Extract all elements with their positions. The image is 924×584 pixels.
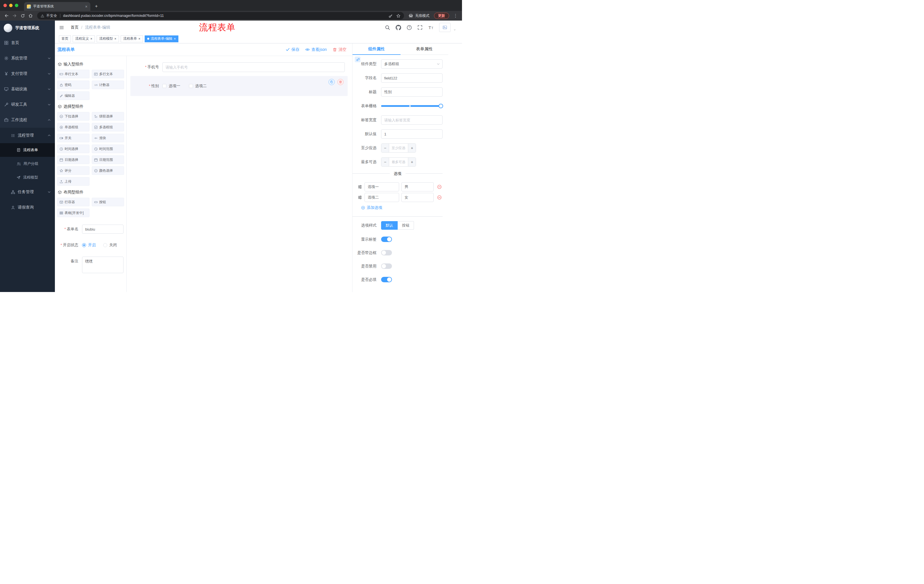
palette-item-password[interactable]: 密码 bbox=[57, 81, 89, 89]
sidebar-item-home[interactable]: 首页 bbox=[0, 35, 55, 51]
sidebar-item-devtools[interactable]: 研发工具 bbox=[0, 97, 55, 112]
option-1-value-input[interactable] bbox=[401, 182, 434, 191]
title-input[interactable] bbox=[381, 87, 442, 97]
tag-process-form[interactable]: 流程表单 bbox=[120, 35, 143, 42]
sidebar-item-system[interactable]: 系统管理 bbox=[0, 51, 55, 66]
sidebar-item-process-form[interactable]: 流程表单 bbox=[0, 143, 55, 157]
palette-item-upload[interactable]: 上传 bbox=[57, 177, 89, 186]
gender-option-2-checkbox[interactable]: 选项二 bbox=[189, 84, 207, 89]
slider-handle[interactable] bbox=[439, 104, 443, 108]
font-size-icon[interactable] bbox=[428, 25, 434, 30]
avatar[interactable] bbox=[439, 23, 450, 32]
label-width-input[interactable] bbox=[381, 115, 442, 125]
palette-item-color-picker[interactable]: 颜色选择 bbox=[92, 166, 124, 175]
palette-item-row-container[interactable]: 行容器 bbox=[57, 198, 89, 206]
save-button[interactable]: 保存 bbox=[285, 47, 299, 52]
palette-item-counter[interactable]: 计数器 bbox=[92, 81, 124, 89]
maximize-window-button[interactable] bbox=[15, 4, 18, 7]
sidebar-item-user-group[interactable]: 用户分组 bbox=[0, 157, 55, 171]
close-tag-icon[interactable] bbox=[174, 37, 176, 41]
external-link-button[interactable] bbox=[355, 57, 361, 62]
canvas-field-gender-selected[interactable]: 性别 选项一 选项二 bbox=[130, 76, 348, 96]
password-key-icon[interactable] bbox=[389, 14, 393, 18]
palette-item-editor[interactable]: 编辑器 bbox=[57, 91, 89, 100]
tag-home[interactable]: 首页 bbox=[59, 35, 71, 42]
form-name-input[interactable] bbox=[82, 225, 124, 234]
close-window-button[interactable] bbox=[3, 4, 7, 7]
palette-item-table[interactable]: 表格[开发中] bbox=[57, 209, 89, 217]
hamburger-icon[interactable] bbox=[55, 21, 68, 34]
close-tag-icon[interactable] bbox=[114, 37, 116, 41]
browser-tab[interactable]: 芋道管理系统 bbox=[24, 2, 90, 11]
palette-item-time-picker[interactable]: 时间选择 bbox=[57, 145, 89, 153]
forward-icon[interactable] bbox=[11, 12, 18, 20]
sidebar-item-process-model[interactable]: 流程模型 bbox=[0, 171, 55, 184]
option-2-value-input[interactable] bbox=[401, 193, 434, 202]
status-closed-radio[interactable]: 关闭 bbox=[103, 243, 117, 248]
component-type-select[interactable]: 多选框组 bbox=[381, 59, 442, 69]
new-tab-button[interactable] bbox=[92, 3, 100, 10]
sidebar-item-workflow[interactable]: 工作流程 bbox=[0, 112, 55, 128]
sidebar-item-payment[interactable]: 支付管理 bbox=[0, 66, 55, 81]
tag-process-model[interactable]: 流程模型 bbox=[97, 35, 119, 42]
slider-track[interactable] bbox=[381, 105, 442, 107]
tag-process-form-edit[interactable]: 流程表单-编辑 bbox=[145, 35, 178, 42]
canvas-field-phone[interactable]: 手机号 bbox=[130, 62, 348, 72]
sidebar-item-task-management[interactable]: 任务管理 bbox=[0, 184, 55, 200]
remove-option-button[interactable] bbox=[437, 184, 442, 189]
back-icon[interactable] bbox=[3, 12, 10, 20]
help-icon[interactable] bbox=[406, 25, 412, 30]
tag-process-definition[interactable]: 流程定义 bbox=[73, 35, 95, 42]
disabled-toggle[interactable] bbox=[381, 263, 392, 269]
copy-component-button[interactable] bbox=[328, 79, 335, 85]
status-open-radio[interactable]: 开启 bbox=[82, 243, 96, 248]
show-label-toggle[interactable] bbox=[381, 237, 392, 242]
sidebar-item-infra[interactable]: 基础设施 bbox=[0, 81, 55, 97]
home-icon[interactable] bbox=[27, 12, 34, 20]
style-button-button[interactable]: 按钮 bbox=[398, 221, 414, 230]
clear-button[interactable]: 清空 bbox=[332, 47, 346, 52]
increase-icon[interactable] bbox=[408, 144, 416, 152]
min-count-value[interactable]: 至少应选 bbox=[389, 144, 408, 152]
palette-item-rate[interactable]: 评分 bbox=[57, 166, 89, 175]
decrease-icon[interactable] bbox=[381, 158, 389, 166]
search-icon[interactable] bbox=[385, 25, 390, 30]
palette-item-button[interactable]: 按钮 bbox=[92, 198, 124, 206]
view-json-button[interactable]: 查看json bbox=[305, 47, 327, 52]
sidebar-item-leave-query[interactable]: 请假查询 bbox=[0, 200, 55, 215]
drag-handle-icon[interactable] bbox=[358, 184, 362, 189]
form-remark-textarea[interactable]: 嘿嘿 bbox=[82, 257, 124, 273]
palette-item-date-picker[interactable]: 日期选择 bbox=[57, 155, 89, 164]
border-toggle[interactable] bbox=[381, 250, 392, 255]
palette-item-radio-group[interactable]: 单选框组 bbox=[57, 123, 89, 132]
remove-option-button[interactable] bbox=[437, 195, 442, 200]
palette-item-time-range[interactable]: 时间范围 bbox=[92, 145, 124, 153]
phone-input[interactable] bbox=[162, 62, 345, 72]
palette-item-date-range[interactable]: 日期范围 bbox=[92, 155, 124, 164]
required-toggle[interactable] bbox=[381, 277, 392, 282]
decrease-icon[interactable] bbox=[381, 144, 389, 152]
default-value-input[interactable] bbox=[381, 130, 442, 138]
fullscreen-icon[interactable] bbox=[417, 25, 422, 30]
palette-item-single-line-text[interactable]: 单行文本 bbox=[57, 70, 89, 78]
style-default-button[interactable]: 默认 bbox=[381, 221, 398, 230]
browser-menu-icon[interactable] bbox=[452, 13, 459, 18]
option-1-label-input[interactable] bbox=[365, 182, 399, 191]
increase-icon[interactable] bbox=[408, 158, 416, 166]
reload-icon[interactable] bbox=[19, 12, 26, 20]
breadcrumb-home[interactable]: 首页 bbox=[71, 25, 79, 30]
tab-component-props[interactable]: 组件属性 bbox=[353, 43, 401, 54]
close-tag-icon[interactable] bbox=[139, 37, 140, 41]
close-tag-icon[interactable] bbox=[90, 37, 92, 41]
bookmark-star-icon[interactable] bbox=[396, 14, 401, 18]
palette-item-select[interactable]: 下拉选择 bbox=[57, 112, 89, 120]
delete-component-button[interactable] bbox=[337, 79, 344, 85]
github-icon[interactable] bbox=[396, 25, 401, 30]
option-2-label-input[interactable] bbox=[365, 193, 399, 202]
minimize-window-button[interactable] bbox=[9, 4, 13, 7]
palette-item-multiline-text[interactable]: 多行文本 bbox=[92, 70, 124, 78]
drag-handle-icon[interactable] bbox=[358, 195, 362, 200]
add-option-button[interactable]: 添加选项 bbox=[361, 205, 442, 211]
palette-item-switch[interactable]: 开关 bbox=[57, 134, 89, 142]
tab-close-icon[interactable] bbox=[85, 4, 87, 9]
